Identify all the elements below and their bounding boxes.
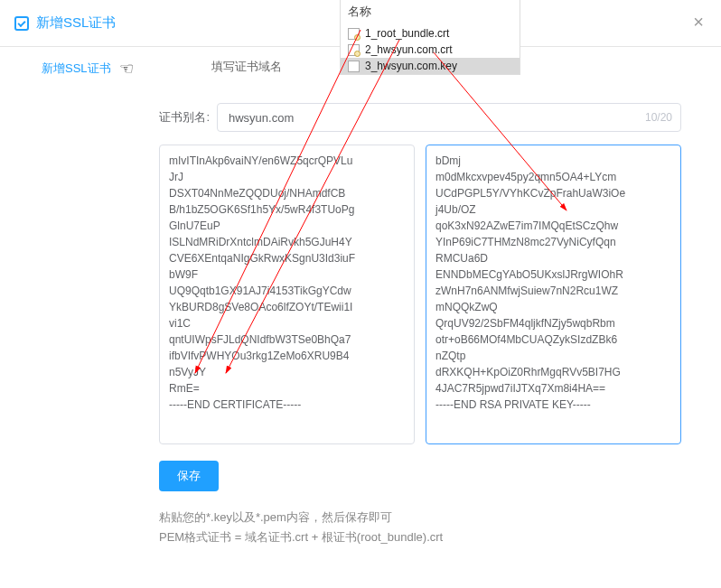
certificate-textarea[interactable] [159,145,415,444]
cert-file-icon [348,28,360,40]
content-areas [159,145,721,444]
tab-label: 新增SSL证书 [42,61,111,75]
save-button[interactable]: 保存 [159,461,219,491]
key-file-icon [348,61,360,72]
hints: 粘贴您的*.key以及*.pem内容，然后保存即可 PEM格式证书 = 域名证书… [159,508,721,547]
tab-add-ssl[interactable]: 新增SSL证书 ☜ [42,47,134,87]
file-item[interactable]: 1_root_bundle.crt [341,25,520,42]
tab-fill-domain[interactable]: 填写证书域名 [211,47,282,87]
file-item[interactable]: 2_hwsyun.com.crt [341,42,520,58]
private-key-textarea[interactable] [426,145,681,444]
alias-input[interactable] [217,103,681,132]
hint-line-2: PEM格式证书 = 域名证书.crt + 根证书(root_bundle).cr… [159,527,721,547]
file-name: 3_hwsyun.com.key [365,60,457,72]
cert-icon [14,16,29,31]
hint-line-1: 粘贴您的*.key以及*.pem内容，然后保存即可 [159,508,721,527]
hand-pointer-icon: ☜ [119,60,134,78]
dialog-title: 新增SSL证书 [36,14,116,32]
alias-row: 证书别名: 10/20 [159,103,721,132]
alias-counter: 10/20 [645,103,672,132]
save-row: 保存 [159,461,721,491]
file-name: 1_root_bundle.crt [365,27,449,40]
file-list-popup: 名称 1_root_bundle.crt 2_hwsyun.com.crt 3_… [340,0,520,75]
file-name: 2_hwsyun.com.crt [365,43,453,56]
tab-label: 填写证书域名 [211,60,282,73]
cert-file-icon [348,44,360,56]
alias-label: 证书别名: [159,109,210,126]
file-list-header: 名称 [341,0,520,25]
close-button[interactable]: × [688,13,708,33]
alias-input-wrap: 10/20 [217,103,681,132]
file-item[interactable]: 3_hwsyun.com.key [341,58,520,74]
